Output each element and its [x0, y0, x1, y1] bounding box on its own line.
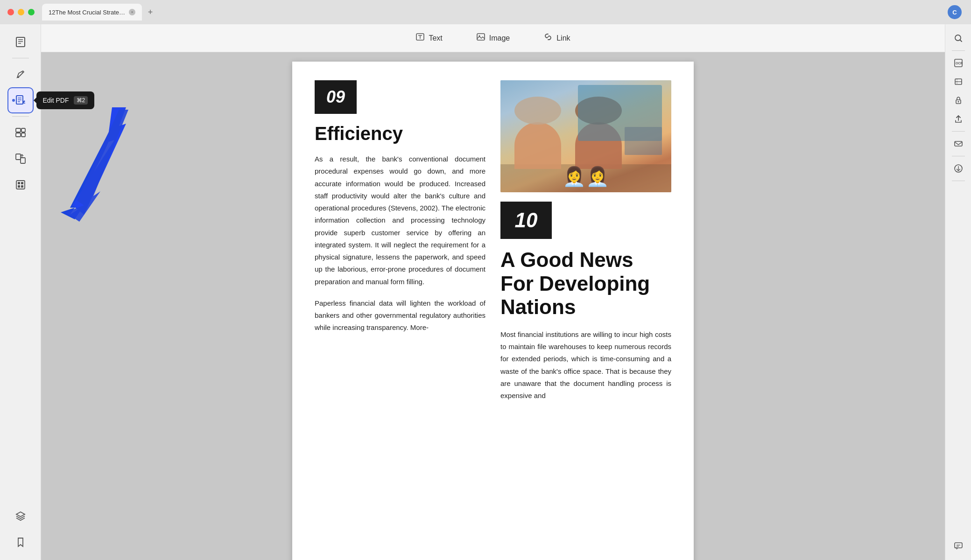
pdf-right-column: 10 A Good News For Developing Nations Mo…	[500, 80, 671, 402]
section-10-body: Most financial institutions are willing …	[500, 329, 671, 402]
svg-rect-38	[955, 141, 962, 146]
sidebar-item-sticker[interactable]	[8, 173, 33, 197]
chat-button[interactable]	[950, 538, 967, 554]
pdf-left-column: 09 Efficiency As a result, the bank's co…	[315, 80, 486, 402]
link-icon	[543, 32, 553, 44]
svg-rect-20	[21, 182, 23, 184]
section-10-title: A Good News For Developing Nations	[500, 248, 671, 319]
sidebar-item-layers[interactable]	[8, 504, 33, 528]
section-09-body-2: Paperless financial data will lighten th…	[315, 297, 486, 334]
section-09-body-1: As a result, the bank's conventional doc…	[315, 153, 486, 288]
sidebar-divider-1	[12, 58, 29, 58]
save-button[interactable]	[950, 160, 967, 177]
text-icon	[415, 32, 425, 44]
titlebar: 12The Most Crucial Strate… × + C	[0, 0, 971, 24]
pdf-viewer[interactable]: 09 Efficiency As a result, the bank's co…	[41, 52, 945, 560]
close-icon: ×	[131, 10, 133, 14]
section-09-number: 09	[315, 80, 357, 114]
content-area: Text Image	[41, 24, 945, 560]
sidebar-bottom	[8, 504, 33, 554]
maximize-button[interactable]	[28, 9, 35, 15]
traffic-lights	[7, 9, 35, 15]
sidebar-item-reader[interactable]	[8, 30, 33, 54]
svg-rect-22	[21, 185, 23, 188]
minimize-button[interactable]	[18, 9, 24, 15]
right-sidebar-divider-1	[952, 50, 965, 51]
right-sidebar: OCR	[945, 24, 971, 560]
text-tool-button[interactable]: Text	[408, 28, 450, 48]
sidebar-item-edit-pdf[interactable]: Edit PDF ⌘2	[8, 88, 33, 112]
left-sidebar: Edit PDF ⌘2	[0, 24, 41, 560]
tab-close-button[interactable]: ×	[129, 9, 135, 15]
svg-rect-15	[16, 154, 21, 160]
link-tool-label: Link	[556, 34, 570, 42]
office-photo	[500, 80, 671, 192]
svg-text:OCR: OCR	[956, 62, 963, 65]
top-toolbar: Text Image	[41, 24, 945, 52]
svg-rect-11	[16, 128, 21, 132]
svg-rect-16	[21, 158, 25, 163]
text-tool-label: Text	[429, 34, 442, 42]
share-button[interactable]	[950, 111, 967, 127]
sidebar-item-convert[interactable]	[8, 147, 33, 171]
image-icon	[476, 32, 486, 44]
active-indicator	[12, 99, 15, 102]
tab-title: 12The Most Crucial Strate…	[49, 9, 125, 16]
email-button[interactable]	[950, 135, 967, 152]
right-sidebar-divider-4	[952, 181, 965, 181]
svg-rect-12	[21, 128, 25, 132]
add-icon: +	[148, 7, 153, 17]
ocr-button[interactable]: OCR	[950, 55, 967, 71]
new-tab-button[interactable]: +	[144, 6, 157, 19]
search-button[interactable]	[950, 30, 967, 47]
link-tool-button[interactable]: Link	[536, 28, 577, 48]
user-avatar[interactable]: C	[948, 5, 962, 19]
svg-rect-13	[16, 133, 21, 137]
svg-line-5	[22, 72, 23, 73]
svg-line-28	[547, 36, 549, 38]
office-photo-inner	[500, 80, 671, 192]
svg-rect-14	[21, 133, 25, 137]
protect-button[interactable]	[950, 92, 967, 109]
close-button[interactable]	[7, 9, 14, 15]
svg-rect-0	[16, 37, 25, 47]
sidebar-divider-2	[12, 116, 29, 117]
svg-rect-18	[16, 181, 25, 189]
svg-line-30	[960, 40, 962, 42]
svg-point-37	[957, 101, 959, 103]
pdf-page: 09 Efficiency As a result, the bank's co…	[292, 62, 694, 560]
sidebar-item-annotate[interactable]	[8, 62, 33, 86]
active-tab[interactable]: 12The Most Crucial Strate… ×	[42, 4, 142, 21]
right-sidebar-divider-3	[952, 156, 965, 156]
app-body: Edit PDF ⌘2	[0, 24, 971, 560]
section-09-title: Efficiency	[315, 123, 486, 144]
sidebar-item-organize[interactable]	[8, 120, 33, 145]
tab-bar: 12The Most Crucial Strate… × +	[42, 4, 157, 21]
image-tool-label: Image	[489, 34, 510, 42]
section-10-number: 10	[500, 202, 552, 239]
sidebar-item-bookmark[interactable]	[8, 530, 33, 554]
svg-rect-21	[18, 185, 20, 188]
scan-button[interactable]	[950, 73, 967, 90]
right-sidebar-divider-2	[952, 131, 965, 132]
image-tool-button[interactable]: Image	[469, 28, 517, 48]
svg-rect-26	[477, 34, 485, 40]
svg-rect-19	[18, 182, 20, 184]
